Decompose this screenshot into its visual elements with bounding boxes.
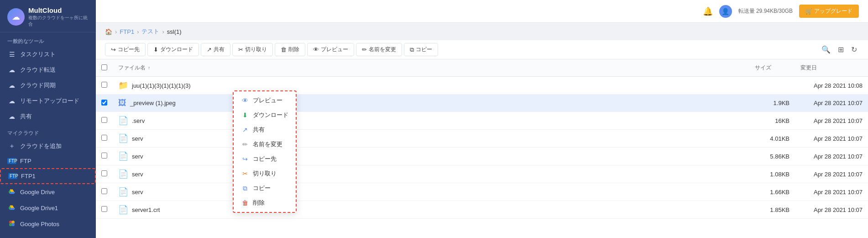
cut-label: 切り取り: [245, 46, 267, 53]
file-date: Apr 28 2021 10:07: [795, 165, 868, 183]
context-menu: 👁 プレビュー ⬇ ダウンロード ↗ 共有 ✏ 名前を変更 ↪ コピー先 ✂ 切…: [233, 90, 297, 213]
delete-button[interactable]: 🗑 削除: [275, 43, 305, 56]
general-tools-title: 一般的なツール: [0, 32, 96, 47]
breadcrumb-test[interactable]: テスト: [141, 27, 159, 36]
copy-icon: ⧉: [410, 46, 414, 53]
sidebar-item-share[interactable]: ☁ 共有: [0, 109, 96, 124]
file-icon: 📄: [118, 169, 128, 179]
row-checkbox[interactable]: [101, 117, 107, 123]
rename-icon: ✏: [362, 46, 367, 53]
upgrade-icon: 🛒: [805, 8, 812, 15]
table-row: 🖼 _preview (1).jpeg 1.9KB Apr 28 2021 10…: [96, 95, 868, 112]
breadcrumb-ftp1[interactable]: FTP1: [120, 28, 134, 35]
toolbar: ↪ コピー先 ⬇ ダウンロード ↗ 共有 ✂ 切り取り 🗑 削除 👁 プレビュー…: [96, 40, 868, 59]
sidebar-item-remote-upload[interactable]: ☁ リモートアップロード: [0, 93, 96, 109]
row-checkbox[interactable]: [101, 206, 107, 212]
ctx-cut[interactable]: ✂ 切り取り: [234, 166, 296, 181]
rename-button[interactable]: ✏ 名前を変更: [356, 43, 402, 56]
row-checkbox[interactable]: [101, 188, 107, 194]
google-drive1-icon: [7, 204, 16, 212]
col-size-header: サイズ: [749, 59, 795, 77]
ctx-preview-icon: 👁: [241, 97, 249, 104]
ctx-cut-icon: ✂: [241, 170, 249, 177]
sidebar-label-ftp: FTP: [20, 158, 31, 164]
row-checkbox[interactable]: [101, 82, 107, 88]
file-name: serv: [132, 189, 143, 196]
google-drive-icon: [7, 188, 16, 196]
file-name: .serv: [132, 117, 145, 124]
row-checkbox[interactable]: [101, 135, 107, 141]
header-actions: 🔔 👤 転送量 29.94KB/30GB 🛒 アップグレード: [703, 5, 859, 18]
select-all-checkbox[interactable]: [101, 64, 107, 70]
header: 🔔 👤 転送量 29.94KB/30GB 🛒 アップグレード: [96, 0, 868, 23]
table-row: 📄 serv 4.01KB Apr 28 2021 10:07: [96, 130, 868, 148]
file-size: [749, 77, 795, 95]
sidebar-item-add-cloud[interactable]: ＋ クラウドを追加: [0, 138, 96, 154]
copy-button[interactable]: ⧉ コピー: [404, 43, 438, 56]
share-label: 共有: [214, 46, 225, 53]
ctx-share-icon: ↗: [241, 126, 249, 133]
ftp1-icon: FTP: [8, 173, 17, 179]
table-row: 📄 serv 1.08KB Apr 28 2021 10:07: [96, 165, 868, 183]
sidebar-item-google-drive1[interactable]: Google Drive1: [0, 200, 96, 216]
breadcrumb: 🏠 › FTP1 › テスト › ssl(1): [96, 23, 868, 40]
sidebar-item-task-list[interactable]: ☰ タスクリスト: [0, 47, 96, 62]
refresh-icon[interactable]: ↻: [849, 43, 859, 56]
file-name: juu(1)(1)(3)(1)(1)(1)(3): [132, 82, 191, 89]
sidebar-label-google-drive1: Google Drive1: [20, 205, 58, 212]
sidebar-item-google-photos[interactable]: Google Photos: [0, 216, 96, 232]
breadcrumb-home[interactable]: 🏠: [105, 28, 112, 35]
row-checkbox[interactable]: [101, 170, 107, 176]
ctx-delete-icon: 🗑: [241, 199, 249, 206]
copy-to-icon: ↪: [111, 46, 116, 53]
cut-button[interactable]: ✂ 切り取り: [232, 43, 273, 56]
sidebar-item-google-drive[interactable]: Google Drive: [0, 184, 96, 200]
file-size: 1.66KB: [749, 183, 795, 201]
sidebar-label-remote-upload: リモートアップロード: [20, 97, 79, 105]
sidebar-item-cloud-transfer[interactable]: ☁ クラウド転送: [0, 62, 96, 78]
logo-text: MultCloud: [28, 6, 89, 15]
file-table-wrap: ファイル名 ↑ サイズ 変更日 📁 juu(1)(1)(3)(1)(1)(1)(…: [96, 59, 868, 238]
upgrade-button[interactable]: 🛒 アップグレード: [799, 5, 859, 18]
grid-view-icon[interactable]: ⊞: [836, 43, 846, 56]
file-name: serv: [132, 153, 143, 160]
ctx-rename-label: 名前を変更: [253, 140, 282, 148]
logo-sub: 複数のクラウドを一ヶ所に統合: [28, 15, 89, 27]
file-date: Apr 28 2021 10:07: [795, 183, 868, 201]
ctx-copy-to[interactable]: ↪ コピー先: [234, 152, 296, 166]
preview-button[interactable]: 👁 プレビュー: [307, 43, 354, 56]
search-icon[interactable]: 🔍: [820, 43, 832, 56]
ctx-preview[interactable]: 👁 プレビュー: [234, 93, 296, 108]
row-checkbox[interactable]: [101, 153, 107, 159]
file-size: 1.9KB: [749, 95, 795, 112]
ctx-preview-label: プレビュー: [253, 96, 282, 105]
file-date: Apr 28 2021 10:07: [795, 95, 868, 112]
logo-area: ☁ MultCloud 複数のクラウドを一ヶ所に統合: [0, 0, 96, 32]
file-date: Apr 28 2021 10:07: [795, 130, 868, 148]
download-label: ダウンロード: [160, 46, 193, 53]
copy-to-button[interactable]: ↪ コピー先: [105, 43, 146, 56]
sidebar-item-cloud-sync[interactable]: ☁ クラウド同期: [0, 78, 96, 93]
sidebar-label-add-cloud: クラウドを追加: [20, 142, 62, 150]
upgrade-label: アップグレード: [814, 7, 852, 15]
share-button[interactable]: ↗ 共有: [201, 43, 230, 56]
file-size: 16KB: [749, 112, 795, 130]
user-avatar[interactable]: 👤: [719, 5, 732, 18]
share-toolbar-icon: ↗: [207, 46, 212, 53]
ctx-delete[interactable]: 🗑 削除: [234, 196, 296, 210]
notification-icon[interactable]: 🔔: [703, 6, 713, 16]
download-icon: ⬇: [153, 46, 158, 53]
download-button[interactable]: ⬇ ダウンロード: [147, 43, 199, 56]
ctx-download[interactable]: ⬇ ダウンロード: [234, 108, 296, 122]
preview-label: プレビュー: [321, 46, 348, 53]
sidebar-item-ftp1[interactable]: FTP FTP1: [0, 168, 96, 184]
file-size: 1.08KB: [749, 165, 795, 183]
breadcrumb-current: ssl(1): [167, 28, 182, 35]
ctx-copy[interactable]: ⧉ コピー: [234, 181, 296, 196]
sidebar-item-ftp[interactable]: FTP FTP: [0, 154, 96, 168]
ctx-share[interactable]: ↗ 共有: [234, 122, 296, 137]
file-icon: 📄: [118, 187, 128, 197]
ctx-rename[interactable]: ✏ 名前を変更: [234, 137, 296, 152]
ctx-delete-label: 削除: [253, 199, 265, 207]
row-checkbox[interactable]: [101, 100, 107, 106]
